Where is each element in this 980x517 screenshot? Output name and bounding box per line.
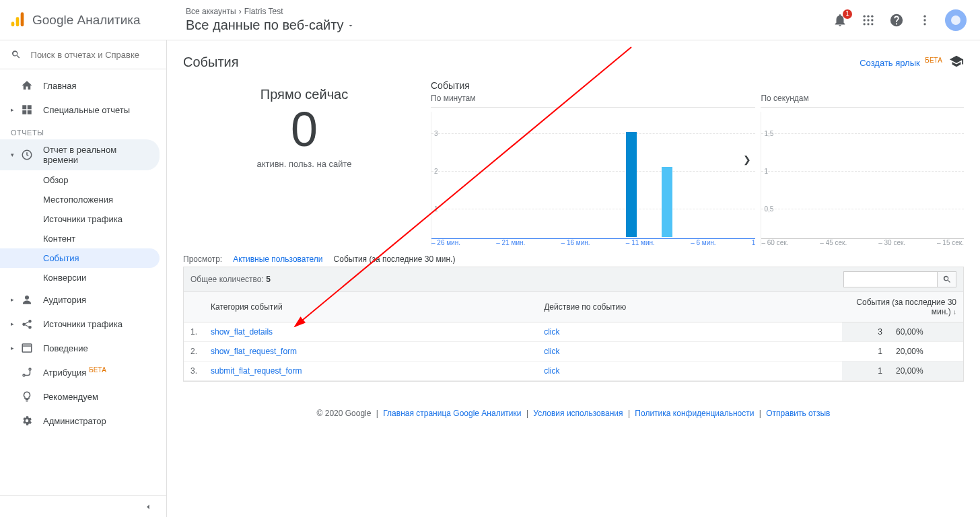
svg-rect-15 — [22, 105, 26, 109]
sidebar-item-acquisition[interactable]: ▸ Источники трафика — [0, 312, 166, 336]
footer-link-home[interactable]: Главная страница Google Аналитики — [383, 409, 521, 418]
tab-active-users[interactable]: Активные пользователи — [233, 254, 322, 264]
sidebar-collapse[interactable] — [0, 495, 166, 517]
event-action-link[interactable]: click — [537, 361, 842, 381]
svg-point-24 — [29, 368, 31, 370]
lightbulb-icon — [20, 390, 34, 403]
chart-by-second: По секундам 1,5 1 0,5 – 60 сек. – 45 сек… — [761, 80, 964, 246]
crumb-account[interactable]: Flatris Test — [244, 7, 283, 16]
svg-point-20 — [25, 296, 29, 300]
svg-point-11 — [871, 23, 873, 25]
view-name: Все данные по веб-сайту — [186, 18, 344, 33]
search-icon — [942, 275, 952, 284]
chart-next-icon[interactable]: ❯ — [743, 154, 751, 165]
footer-link-privacy[interactable]: Политика конфиденциальности — [635, 409, 754, 418]
svg-rect-17 — [22, 110, 26, 114]
page-footer: © 2020 Google | Главная страница Google … — [183, 409, 964, 418]
tab-events-30min[interactable]: События (за последние 30 мин.) — [334, 254, 456, 264]
chart-xaxis-second: – 60 сек. – 45 сек. – 30 сек. – 15 сек. — [761, 238, 964, 246]
sort-desc-icon: ↓ — [953, 308, 956, 316]
sub-locations[interactable]: Местоположения — [0, 190, 160, 209]
account-avatar[interactable] — [945, 9, 967, 31]
apps-icon[interactable] — [860, 12, 876, 28]
chart-bar — [662, 167, 672, 237]
product-title: Google Аналитика — [32, 13, 141, 28]
col-events[interactable]: События (за последние 30 мин.) ↓ — [842, 292, 963, 322]
footer-link-terms[interactable]: Условия использования — [533, 409, 623, 418]
sidebar-item-realtime[interactable]: ▾ Отчет в реальном времени — [0, 139, 160, 170]
sidebar-item-admin[interactable]: Администратор — [0, 409, 166, 433]
nav: Главная ▸ Специальные отчеты ОТЧЕТЫ ▾ От… — [0, 69, 166, 433]
realtime-subitems: Обзор Местоположения Источники трафика К… — [0, 170, 166, 287]
expand-icon: ▸ — [11, 296, 18, 303]
crumb-all-accounts[interactable]: Все аккаунты — [186, 7, 236, 16]
create-shortcut-link[interactable]: Создать ярлык БЕТА — [860, 57, 942, 68]
sub-conversions[interactable]: Конверсии — [0, 268, 160, 287]
sidebar-label-behavior: Поведение — [43, 343, 88, 353]
svg-point-7 — [867, 19, 869, 21]
sidebar-item-audience[interactable]: ▸ Аудитория — [0, 287, 166, 312]
search-row[interactable] — [0, 40, 166, 69]
chart-xaxis-minute: – 26 мин. – 21 мин. – 16 мин. – 11 мин. … — [431, 238, 755, 246]
event-category-link[interactable]: submit_flat_request_form — [204, 361, 537, 381]
events-table: Категория событий Действие по событию Со… — [184, 292, 963, 381]
notifications-badge: 1 — [843, 9, 852, 19]
chart-bar — [626, 132, 637, 237]
chart-by-minute: События По минутам 3 2 1 – 26 мин. – 21 … — [431, 80, 755, 246]
table-search-input[interactable] — [843, 271, 938, 287]
more-icon[interactable] — [917, 12, 933, 28]
sidebar-item-attribution[interactable]: АтрибуцияБЕТА — [0, 360, 166, 384]
event-category-link[interactable]: show_flat_details — [204, 322, 537, 342]
sub-traffic-sources[interactable]: Источники трафика — [0, 209, 160, 229]
view-selector[interactable]: Все данные по веб-сайту — [186, 18, 832, 33]
event-action-link[interactable]: click — [537, 322, 842, 342]
event-category-link[interactable]: show_flat_request_form — [204, 342, 537, 361]
home-icon — [20, 79, 34, 92]
sidebar-item-home[interactable]: Главная — [0, 73, 166, 98]
sidebar-item-behavior[interactable]: ▸ Поведение — [0, 336, 166, 360]
svg-point-5 — [871, 15, 873, 17]
expand-icon: ▸ — [11, 320, 18, 327]
svg-point-12 — [923, 15, 925, 17]
logo-area[interactable]: Google Аналитика — [8, 11, 175, 30]
table-row: 2. show_flat_request_form click 1 20,00% — [184, 342, 963, 361]
sidebar-item-recommend[interactable]: Рекомендуем — [0, 384, 166, 409]
chart-title: События — [431, 80, 755, 91]
now-sublabel: активн. польз. на сайте — [183, 159, 425, 169]
search-icon — [11, 48, 22, 61]
dashboard-icon — [20, 103, 34, 116]
svg-point-3 — [864, 15, 866, 17]
sidebar-label-audience: Аудитория — [43, 295, 86, 305]
table-search-button[interactable] — [938, 271, 956, 287]
notifications-icon[interactable]: 1 — [832, 12, 848, 28]
chart-area-minute: 3 2 1 – 26 мин. – 21 мин. – 16 мин. – 11… — [431, 112, 755, 246]
events-table-card: Общее количество: 5 Категория событий Де… — [183, 267, 964, 382]
sub-events[interactable]: События — [0, 248, 160, 268]
sub-content[interactable]: Контент — [0, 229, 160, 248]
chart-area-second: 1,5 1 0,5 – 60 сек. – 45 сек. – 30 сек. … — [761, 112, 964, 246]
col-category[interactable]: Категория событий — [204, 292, 537, 322]
search-input[interactable] — [31, 50, 155, 60]
sidebar-label-home: Главная — [43, 81, 76, 91]
col-action[interactable]: Действие по событию — [537, 292, 842, 322]
now-count: 0 — [183, 105, 425, 153]
table-row: 3. submit_flat_request_form click 1 20,0… — [184, 361, 963, 381]
svg-point-6 — [864, 19, 866, 21]
share-icon — [20, 317, 34, 331]
footer-link-feedback[interactable]: Отправить отзыв — [766, 409, 830, 418]
event-action-link[interactable]: click — [537, 342, 842, 361]
gear-icon — [20, 414, 34, 427]
clock-icon — [20, 148, 34, 162]
top-icons: 1 — [832, 9, 967, 31]
svg-point-13 — [923, 19, 925, 21]
svg-rect-1 — [16, 17, 20, 26]
help-icon[interactable] — [888, 12, 905, 28]
now-label: Прямо сейчас — [183, 87, 425, 102]
svg-rect-18 — [28, 110, 32, 114]
graduation-cap-icon[interactable] — [949, 54, 964, 71]
chevron-left-icon — [143, 502, 153, 512]
view-tabs: Просмотр: Активные пользователи События … — [183, 254, 964, 264]
sub-overview[interactable]: Обзор — [0, 170, 160, 190]
breadcrumb-area: Все аккаунты › Flatris Test Все данные п… — [186, 7, 832, 33]
sidebar-item-custom-reports[interactable]: ▸ Специальные отчеты — [0, 98, 166, 122]
